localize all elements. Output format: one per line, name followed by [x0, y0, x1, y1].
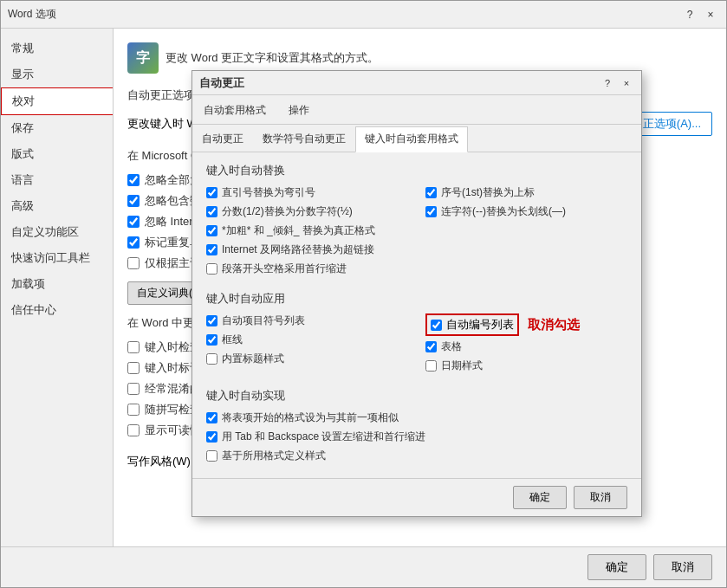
checkbox-format-like-prev: 将表项开始的格式设为与其前一项相似 — [206, 410, 627, 425]
sidebar-item-save[interactable]: 保存 — [1, 115, 113, 141]
sidebar-item-quick-access[interactable]: 快速访问工具栏 — [1, 245, 113, 271]
checkbox-auto-numbering-input[interactable] — [431, 320, 442, 331]
checkbox-define-style: 基于所用格式定义样式 — [206, 449, 627, 463]
window-title: Word 选项 — [8, 7, 56, 22]
replace-col-left: 直引号替换为弯引号 分数(1/2)替换为分数字符(½) *加粗* 和 _倾斜_ … — [206, 185, 408, 281]
sidebar-item-proofing[interactable]: 校对 — [1, 87, 113, 115]
overlay-title-bar: 自动更正 ? × — [192, 71, 641, 95]
annotation-text: 取消勾选 — [528, 317, 580, 333]
tab-auto-format[interactable]: 自动套用格式 — [192, 97, 277, 124]
close-button[interactable]: × — [702, 6, 719, 23]
sidebar-item-trust-center[interactable]: 信任中心 — [1, 297, 113, 323]
sidebar-item-display[interactable]: 显示 — [1, 61, 113, 87]
overlay-help-button[interactable]: ? — [600, 75, 615, 91]
checkbox-flag-repeated-input[interactable] — [127, 236, 140, 249]
realize-checkboxes: 将表项开始的格式设为与其前一项相似 用 Tab 和 Backspace 设置左缩… — [206, 410, 627, 463]
checkbox-straight-quotes-input[interactable] — [206, 187, 217, 198]
auto-numbering-row: 自动编号列表 取消勾选 — [425, 313, 627, 336]
cancel-button[interactable]: 取消 — [653, 554, 712, 580]
sidebar-item-customize-ribbon[interactable]: 自定义功能区 — [1, 219, 113, 245]
checkbox-fractions-input[interactable] — [206, 206, 217, 217]
replace-group-title: 键入时自动替换 — [206, 163, 627, 178]
apply-col-right: 自动编号列表 取消勾选 表格 日期样式 — [425, 313, 627, 378]
apply-col-left: 自动项目符号列表 框线 内置标题样式 — [206, 313, 408, 378]
replace-col-right: 序号(1st)替换为上标 连字符(--)替换为长划线(—) — [425, 185, 627, 281]
checkbox-check-spelling-input[interactable] — [127, 341, 140, 353]
checkbox-dashes: 连字符(--)替换为长划线(—) — [425, 204, 627, 219]
tab-actions[interactable]: 操作 — [277, 97, 321, 124]
ok-button[interactable]: 确定 — [587, 554, 646, 580]
checkbox-mark-grammar-input[interactable] — [127, 362, 140, 374]
checkbox-dashes-input[interactable] — [425, 206, 437, 217]
main-dialog: Word 选项 ? × 常规 显示 校对 保存 版式 语言 高级 自定义功能区 … — [0, 0, 727, 588]
checkbox-borders: 框线 — [206, 333, 408, 347]
tabs-top-bar: 自动套用格式 操作 — [192, 95, 641, 125]
section-icon-text: 字 — [136, 49, 150, 68]
section-description: 更改 Word 更正文字和设置其格式的方式。 — [166, 50, 379, 66]
checkbox-readability-input[interactable] — [127, 424, 140, 436]
checkbox-tables: 表格 — [425, 339, 627, 354]
sidebar-item-language[interactable]: 语言 — [1, 167, 113, 193]
title-controls: ? × — [681, 6, 719, 23]
realize-group-title: 键入时自动实现 — [206, 388, 627, 404]
section-header: 字 更改 Word 更正文字和设置其格式的方式。 — [127, 42, 712, 74]
overlay-footer: 确定 取消 — [192, 478, 641, 516]
tab-math-autocorrect[interactable]: 数学符号自动更正 — [253, 126, 355, 152]
checkbox-auto-bullet-input[interactable] — [206, 315, 217, 326]
footer-buttons: 确定 取消 — [1, 546, 726, 587]
overlay-title: 自动更正 — [199, 75, 244, 91]
tabs-secondary-bar: 自动更正 数学符号自动更正 键入时自动套用格式 — [192, 125, 641, 152]
checkbox-main-dict-input[interactable] — [127, 257, 140, 269]
checkbox-date-style: 日期样式 — [425, 359, 627, 373]
sidebar-item-advanced[interactable]: 高级 — [1, 193, 113, 219]
checkbox-spell-grammar-input[interactable] — [127, 404, 140, 416]
tab-type-format[interactable]: 键入时自动套用格式 — [355, 126, 468, 152]
overlay-cancel-button[interactable]: 取消 — [574, 486, 627, 509]
title-bar: Word 选项 ? × — [1, 1, 726, 29]
sidebar: 常规 显示 校对 保存 版式 语言 高级 自定义功能区 快速访问工具栏 加载项 … — [1, 29, 114, 546]
checkbox-ordinals-input[interactable] — [425, 187, 437, 198]
overlay-ok-button[interactable]: 确定 — [513, 486, 567, 509]
checkbox-heading-styles: 内置标题样式 — [206, 352, 408, 366]
sidebar-item-general[interactable]: 常规 — [1, 36, 113, 61]
checkbox-define-style-input[interactable] — [206, 450, 217, 462]
checkbox-tab-backspace-input[interactable] — [206, 431, 217, 443]
checkbox-ignore-internet-input[interactable] — [127, 216, 140, 228]
checkbox-fractions: 分数(1/2)替换为分数字符(½) — [206, 204, 408, 219]
checkbox-borders-input[interactable] — [206, 334, 217, 346]
autocorrect-dialog: 自动更正 ? × 自动套用格式 操作 自动更正 数学符号自动更正 键入时自动套用… — [191, 70, 642, 517]
checkbox-auto-bullet: 自动项目符号列表 — [206, 313, 408, 328]
sidebar-item-addins[interactable]: 加载项 — [1, 271, 113, 297]
checkbox-indent: 段落开头空格采用首行缩进 — [206, 262, 408, 276]
checkbox-heading-styles-input[interactable] — [206, 353, 217, 365]
checkbox-confusable-words-input[interactable] — [127, 383, 140, 395]
checkbox-hyperlinks: Internet 及网络路径替换为超链接 — [206, 242, 408, 257]
checkbox-date-style-input[interactable] — [425, 360, 437, 372]
checkbox-ignore-numbers-input[interactable] — [127, 195, 140, 207]
apply-two-col: 自动项目符号列表 框线 内置标题样式 自动编号列 — [206, 313, 627, 378]
checkbox-tables-input[interactable] — [425, 341, 437, 352]
overlay-close-button[interactable]: × — [619, 75, 634, 91]
apply-group-title: 键入时自动应用 — [206, 291, 627, 307]
checkbox-bold-italic: *加粗* 和 _倾斜_ 替换为真正格式 — [206, 223, 408, 238]
sidebar-item-layout[interactable]: 版式 — [1, 141, 113, 167]
overlay-body: 键入时自动替换 直引号替换为弯引号 分数(1/2)替换为分数字符(½) *加粗*… — [192, 152, 641, 478]
section-icon: 字 — [127, 42, 159, 74]
checkbox-format-like-prev-input[interactable] — [206, 412, 217, 423]
help-button[interactable]: ? — [681, 6, 698, 23]
checkbox-bold-italic-input[interactable] — [206, 225, 217, 236]
checkbox-hyperlinks-input[interactable] — [206, 244, 217, 255]
checkbox-indent-input[interactable] — [206, 263, 217, 275]
overlay-controls: ? × — [600, 75, 634, 91]
checkbox-tab-backspace: 用 Tab 和 Backspace 设置左缩进和首行缩进 — [206, 430, 627, 444]
checkbox-ordinals: 序号(1st)替换为上标 — [425, 185, 627, 200]
checkbox-straight-quotes: 直引号替换为弯引号 — [206, 185, 408, 200]
tab-autocorrect[interactable]: 自动更正 — [192, 126, 253, 152]
checkbox-ignore-uppercase-input[interactable] — [127, 174, 140, 186]
replace-two-col: 直引号替换为弯引号 分数(1/2)替换为分数字符(½) *加粗* 和 _倾斜_ … — [206, 185, 627, 281]
auto-numbering-highlight: 自动编号列表 — [425, 313, 519, 336]
